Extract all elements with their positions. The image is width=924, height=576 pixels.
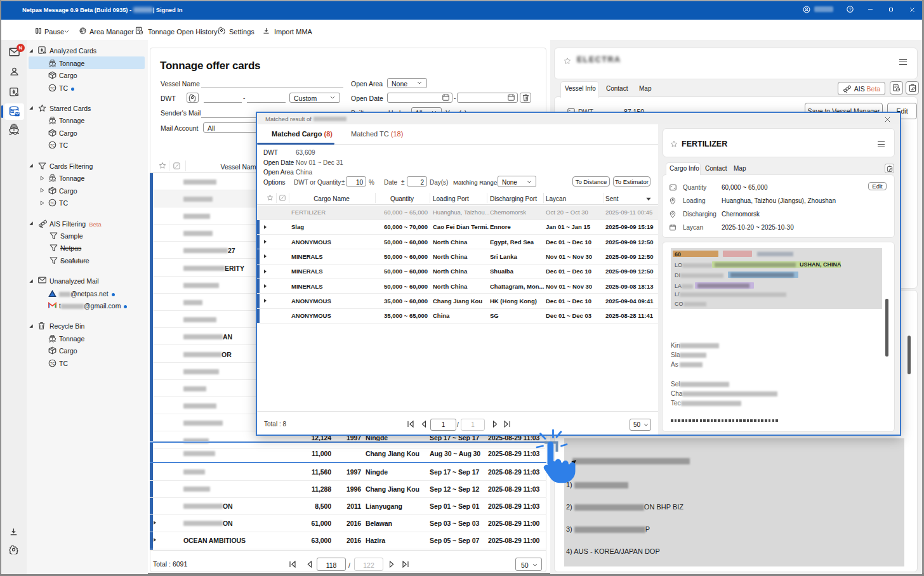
svg-text:TC: TC	[50, 361, 55, 365]
svg-text:TC: TC	[50, 201, 55, 205]
svg-text:TC: TC	[50, 143, 55, 147]
svg-text:?: ?	[849, 7, 852, 11]
svg-text:TC: TC	[50, 86, 55, 89]
